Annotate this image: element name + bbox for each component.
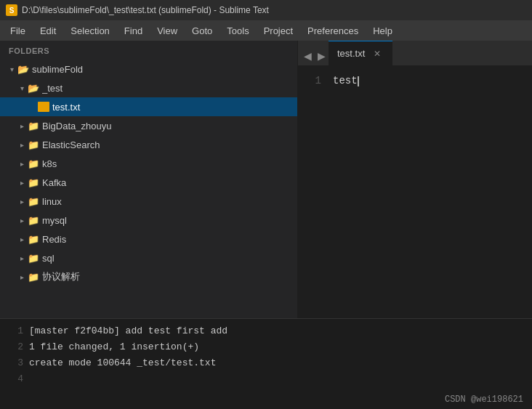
open-folder-icon xyxy=(17,63,29,75)
menu-item-tools[interactable]: Tools xyxy=(219,23,256,39)
editor-area: ◀ ▶ test.txt✕ 1 test xyxy=(298,41,532,318)
code-text-1: test xyxy=(333,75,358,86)
tree-item-test-txt[interactable]: test.txt xyxy=(0,97,297,116)
menu-item-view[interactable]: View xyxy=(150,23,185,39)
main-content: FOLDERS sublimeFold_testtest.txtBigData_… xyxy=(0,41,532,318)
terminal-line-num-3: 3 xyxy=(9,355,23,371)
code-line-1: test xyxy=(333,73,532,89)
tree-item-linux[interactable]: linux xyxy=(0,192,297,211)
terminal-line-num-1: 1 xyxy=(9,323,23,339)
chevron-test-folder xyxy=(16,82,28,94)
menu-item-help[interactable]: Help xyxy=(366,23,400,39)
terminal-line-3: 3 create mode 100644 _test/test.txt xyxy=(9,355,523,371)
menu-item-file[interactable]: File xyxy=(3,23,33,39)
menu-item-goto[interactable]: Goto xyxy=(185,23,219,39)
tree-item-protocol[interactable]: 协议解析 xyxy=(0,267,297,286)
chevron-sublimefold xyxy=(6,63,17,75)
tree-label-sublimefold: sublimeFold xyxy=(32,64,291,75)
tab-test-txt-tab[interactable]: test.txt✕ xyxy=(329,41,392,65)
chevron-k8s xyxy=(16,158,28,169)
terminal-line-1: 1[master f2f04bb] add test first add xyxy=(9,323,523,339)
tab-close-test-txt-tab[interactable]: ✕ xyxy=(371,47,384,60)
text-cursor xyxy=(358,76,359,86)
chevron-mysql xyxy=(16,214,28,226)
closed-folder-icon xyxy=(28,120,39,131)
app-icon: S xyxy=(6,4,17,16)
tree-item-redis[interactable]: Redis xyxy=(0,230,297,248)
watermark: CSDN @wei198621 xyxy=(0,392,532,409)
tree-label-mysql: mysql xyxy=(42,215,291,226)
line-numbers: 1 xyxy=(298,65,327,318)
editor-content[interactable]: 1 test xyxy=(298,65,532,318)
tree-label-protocol: 协议解析 xyxy=(42,270,291,283)
tree-label-k8s: k8s xyxy=(42,158,291,169)
chevron-redis xyxy=(16,233,28,245)
terminal-line-2: 2 1 file changed, 1 insertion(+) xyxy=(9,339,523,355)
tree-label-kafka: Kafka xyxy=(42,177,291,188)
chevron-protocol xyxy=(16,271,28,283)
title-bar: S D:\D\files\sublimeFold\_test\test.txt … xyxy=(0,0,532,20)
chevron-sql xyxy=(16,252,28,264)
line-number-1: 1 xyxy=(307,73,321,89)
menu-item-selection[interactable]: Selection xyxy=(63,23,116,39)
chevron-spacer xyxy=(26,101,38,113)
menu-item-find[interactable]: Find xyxy=(117,23,150,39)
tree-item-sublimefold[interactable]: sublimeFold xyxy=(0,60,297,78)
chevron-kafka xyxy=(16,177,28,188)
tree-item-mysql[interactable]: mysql xyxy=(0,211,297,230)
tree-item-bigdata[interactable]: BigData_zhouyu xyxy=(0,116,297,135)
menu-item-edit[interactable]: Edit xyxy=(33,23,63,39)
menu-item-project[interactable]: Project xyxy=(257,23,300,39)
closed-folder-icon xyxy=(28,158,39,169)
menu-bar: FileEditSelectionFindViewGotoToolsProjec… xyxy=(0,20,532,41)
tab-bar: ◀ ▶ test.txt✕ xyxy=(298,41,532,65)
file-tree: sublimeFold_testtest.txtBigData_zhouyuEl… xyxy=(0,60,297,318)
tree-item-test-folder[interactable]: _test xyxy=(0,78,297,97)
closed-folder-icon xyxy=(28,233,39,245)
tree-label-linux: linux xyxy=(42,196,291,207)
chevron-linux xyxy=(16,195,28,207)
tree-item-kafka[interactable]: Kafka xyxy=(0,173,297,192)
tab-nav-right[interactable]: ▶ xyxy=(315,46,329,65)
open-folder-icon xyxy=(28,82,39,94)
tree-item-elasticsearch[interactable]: ElasticSearch xyxy=(0,135,297,154)
terminal-line-text-2: 1 file changed, 1 insertion(+) xyxy=(29,339,199,355)
menu-item-preferences[interactable]: Preferences xyxy=(300,23,366,39)
chevron-elasticsearch xyxy=(16,139,28,150)
window-title: D:\D\files\sublimeFold\_test\test.txt (s… xyxy=(22,5,526,15)
terminal-line-num-4: 4 xyxy=(9,371,23,387)
terminal-lines: 1[master f2f04bb] add test first add2 1 … xyxy=(0,319,532,392)
tree-label-redis: Redis xyxy=(42,234,291,245)
terminal-line-text-3: create mode 100644 _test/test.txt xyxy=(29,355,216,371)
closed-folder-icon xyxy=(28,271,39,283)
closed-folder-icon xyxy=(28,214,39,226)
closed-folder-icon xyxy=(28,177,39,188)
chevron-bigdata xyxy=(16,120,28,131)
bottom-panel: 1[master f2f04bb] add test first add2 1 … xyxy=(0,318,532,409)
file-icon-test-txt xyxy=(38,102,49,112)
folders-header: FOLDERS xyxy=(0,41,297,60)
tree-label-test-txt: test.txt xyxy=(52,102,291,113)
closed-folder-icon xyxy=(28,195,39,207)
closed-folder-icon xyxy=(28,139,39,150)
tab-nav-left[interactable]: ◀ xyxy=(301,46,315,65)
tree-label-sql: sql xyxy=(42,253,291,264)
terminal-line-num-2: 2 xyxy=(9,339,23,355)
tree-label-test-folder: _test xyxy=(42,83,291,94)
code-area[interactable]: test xyxy=(327,65,532,318)
terminal-line-4: 4 xyxy=(9,371,523,387)
tree-label-bigdata: BigData_zhouyu xyxy=(42,121,291,131)
tree-label-elasticsearch: ElasticSearch xyxy=(42,139,291,150)
tab-label-test-txt-tab: test.txt xyxy=(337,48,365,59)
tabs-container: test.txt✕ xyxy=(329,41,392,65)
tree-item-k8s[interactable]: k8s xyxy=(0,154,297,173)
terminal-line-text-1: [master f2f04bb] add test first add xyxy=(29,323,227,339)
tree-item-sql[interactable]: sql xyxy=(0,248,297,267)
closed-folder-icon xyxy=(28,252,39,264)
sidebar: FOLDERS sublimeFold_testtest.txtBigData_… xyxy=(0,41,298,318)
